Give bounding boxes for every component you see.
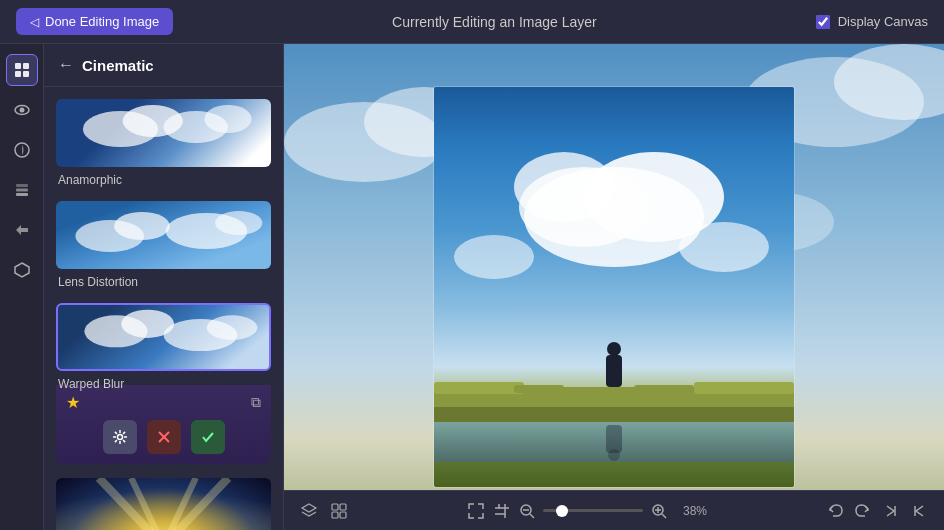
panel-header: ← Cinematic	[44, 44, 283, 87]
redo-button[interactable]	[854, 502, 872, 520]
svg-rect-7	[16, 184, 28, 187]
bottom-center-tools: 38%	[467, 502, 707, 520]
svg-point-51	[454, 235, 534, 279]
filter-thumbnail-lens	[56, 201, 271, 269]
crop-icon	[493, 502, 511, 520]
settings-button[interactable]	[103, 420, 137, 454]
topbar: ◁ Done Editing Image Currently Editing a…	[0, 0, 944, 44]
layers-tool-icon	[300, 502, 318, 520]
done-label: Done Editing Image	[45, 14, 159, 29]
grid-tool-icon	[330, 502, 348, 520]
svg-point-22	[207, 315, 258, 339]
undo-button[interactable]	[826, 502, 844, 520]
controls-top-row: ★ ⧉	[66, 393, 261, 412]
filter-item-volume-light[interactable]: Volume Light	[44, 478, 283, 530]
svg-rect-53	[434, 407, 794, 422]
svg-point-18	[215, 211, 262, 235]
redo-icon	[854, 502, 872, 520]
settings-icon	[112, 429, 128, 445]
svg-rect-59	[434, 382, 524, 394]
svg-rect-2	[15, 71, 21, 77]
svg-rect-34	[56, 478, 271, 530]
svg-point-14	[204, 105, 251, 133]
expand-button[interactable]	[467, 502, 485, 520]
sidebar-item-eye[interactable]	[6, 94, 38, 126]
confirm-icon	[201, 430, 215, 444]
svg-point-5	[19, 108, 24, 113]
svg-rect-62	[634, 385, 694, 393]
favorite-button[interactable]: ★	[66, 393, 80, 412]
svg-rect-8	[16, 189, 28, 192]
confirm-button[interactable]	[191, 420, 225, 454]
layers-button[interactable]	[300, 502, 318, 520]
filter-label-anamorphic: Anamorphic	[56, 173, 271, 187]
filter-list: Anamorphic Lens Distortion	[44, 87, 283, 530]
back-arrow-icon: ◁	[30, 15, 39, 29]
svg-rect-57	[606, 425, 622, 453]
display-canvas-label: Display Canvas	[838, 14, 928, 29]
panel-back-button[interactable]: ←	[58, 56, 74, 74]
back-button[interactable]	[910, 502, 928, 520]
grid-button[interactable]	[330, 502, 348, 520]
expand-icon	[467, 502, 485, 520]
filter-thumbnail-anamorphic	[56, 99, 271, 167]
volume-preview	[56, 478, 271, 530]
filter-label-lens-distortion: Lens Distortion	[56, 275, 271, 289]
cancel-icon	[157, 430, 171, 444]
svg-marker-10	[15, 263, 29, 277]
adjust-icon	[13, 141, 31, 159]
svg-rect-63	[332, 504, 338, 510]
sidebar-item-layers[interactable]	[6, 174, 38, 206]
bottom-right-tools	[826, 502, 928, 520]
panel-title: Cinematic	[82, 57, 154, 74]
svg-line-28	[114, 432, 116, 434]
forward-button[interactable]	[882, 502, 900, 520]
svg-rect-66	[340, 512, 346, 518]
copy-button[interactable]: ⧉	[251, 394, 261, 411]
cancel-button[interactable]	[147, 420, 181, 454]
layers-icon	[13, 181, 31, 199]
svg-rect-64	[340, 504, 346, 510]
canvas-area: 38%	[284, 44, 944, 530]
main-area: ← Cinematic Anamorphic	[0, 44, 944, 530]
svg-point-50	[679, 222, 769, 272]
filter-item-anamorphic[interactable]: Anamorphic	[44, 87, 283, 201]
svg-point-16	[114, 212, 170, 240]
svg-line-72	[530, 514, 534, 518]
undo-icon	[826, 502, 844, 520]
eye-icon	[13, 101, 31, 119]
done-editing-button[interactable]: ◁ Done Editing Image	[16, 8, 173, 35]
svg-line-29	[123, 440, 125, 442]
panel-sidebar: ← Cinematic Anamorphic	[44, 44, 284, 530]
svg-line-31	[114, 440, 116, 442]
warped-preview	[58, 305, 269, 369]
bottom-toolbar: 38%	[284, 490, 944, 530]
zoom-in-icon	[651, 503, 667, 519]
sidebar-item-transform[interactable]	[6, 214, 38, 246]
sidebar-item-effects[interactable]	[6, 54, 38, 86]
crop-button[interactable]	[493, 502, 511, 520]
canvas-image	[434, 87, 794, 487]
effects-icon	[13, 61, 31, 79]
filter-item-lens-distortion[interactable]: Lens Distortion	[44, 201, 283, 303]
svg-point-56	[607, 342, 621, 356]
sidebar-item-adjust[interactable]	[6, 134, 38, 166]
svg-rect-9	[16, 193, 28, 196]
filter-item-warped-blur[interactable]: Warped Blur ★ ⧉	[44, 303, 283, 478]
svg-rect-0	[15, 63, 21, 69]
sidebar-item-export[interactable]	[6, 254, 38, 286]
svg-line-30	[123, 432, 125, 434]
display-canvas-checkbox[interactable]	[816, 15, 830, 29]
zoom-slider[interactable]	[543, 509, 643, 512]
svg-point-49	[514, 152, 614, 222]
zoom-in-button[interactable]	[651, 503, 667, 519]
lens-preview	[56, 201, 271, 269]
svg-rect-55	[606, 355, 622, 387]
topbar-left: ◁ Done Editing Image	[16, 8, 173, 35]
svg-rect-3	[23, 71, 29, 77]
anamorphic-preview	[56, 99, 271, 167]
svg-rect-60	[694, 382, 794, 394]
zoom-out-button[interactable]	[519, 503, 535, 519]
svg-rect-65	[332, 512, 338, 518]
svg-rect-1	[23, 63, 29, 69]
